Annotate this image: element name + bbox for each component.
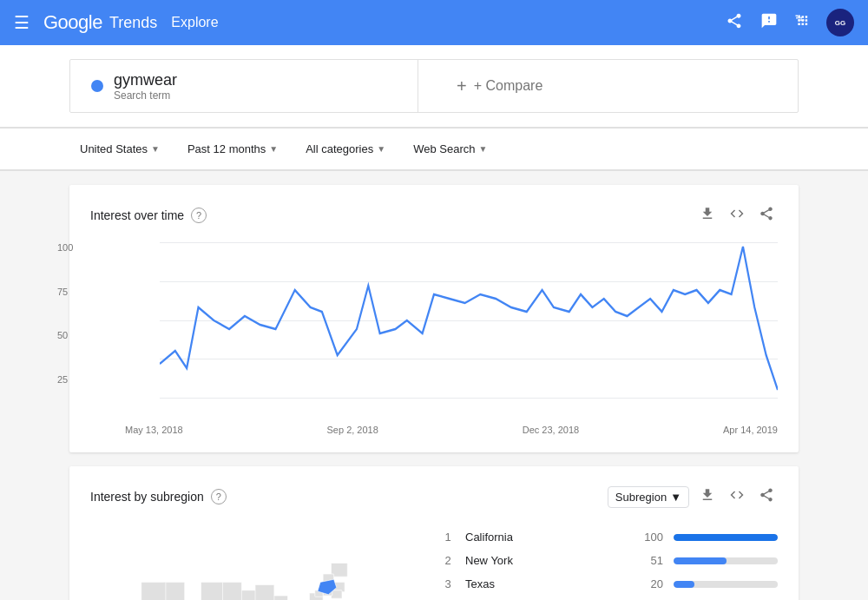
map-svg <box>90 531 420 600</box>
subregion-content: 1 California 100 2 New York 51 3 <box>90 524 778 600</box>
embed-icon-interest[interactable] <box>726 202 748 228</box>
rank-2: 2 <box>441 554 455 567</box>
card-header-interest: Interest over time ? <box>90 202 778 228</box>
subregion-dropdown[interactable]: Subregion ▼ <box>608 486 689 508</box>
help-icon-subregion[interactable]: ? <box>211 489 227 504</box>
bar-2 <box>674 557 778 564</box>
chart-x-labels: May 13, 2018 Sep 2, 2018 Dec 23, 2018 Ap… <box>125 423 778 435</box>
search-term-value: gymwear <box>114 71 177 89</box>
app-header: ☰ Google Trends Explore GG <box>0 0 868 45</box>
x-label-sep: Sep 2, 2018 <box>327 425 378 435</box>
share-icon-interest[interactable] <box>755 202 778 228</box>
x-label-may: May 13, 2018 <box>125 425 183 435</box>
ranking-row-2: 2 New York 51 <box>441 554 778 567</box>
search-term-type: Search term <box>114 89 177 102</box>
avatar[interactable]: GG <box>826 9 854 36</box>
bar-fill-2 <box>674 557 727 564</box>
share-icon-subregion[interactable] <box>755 484 778 510</box>
menu-icon[interactable]: ☰ <box>14 12 30 33</box>
trends-text: Trends <box>109 14 157 32</box>
y-label-100: 100 <box>57 242 73 253</box>
svg-rect-19 <box>255 585 274 601</box>
search-term-info: gymwear Search term <box>114 71 177 102</box>
card-title-interest: Interest over time <box>90 208 184 222</box>
x-label-apr: Apr 14, 2019 <box>723 425 778 435</box>
time-filter[interactable]: Past 12 months ▼ <box>177 137 288 161</box>
card-title-group-subregion: Interest by subregion ? <box>90 489 227 504</box>
chart-svg <box>160 242 778 399</box>
chart-wrapper: 100 75 50 25 <box>90 242 778 435</box>
us-map <box>90 531 420 600</box>
help-icon-interest[interactable]: ? <box>191 208 207 223</box>
bar-fill-3 <box>674 581 694 588</box>
y-label-25: 25 <box>57 374 73 385</box>
download-icon-subregion[interactable] <box>696 484 719 510</box>
svg-rect-35 <box>141 582 166 600</box>
svg-rect-22 <box>201 582 223 600</box>
ranking-row-1: 1 California 100 <box>441 531 778 544</box>
download-icon-interest[interactable] <box>696 202 719 228</box>
apps-icon[interactable] <box>792 9 816 37</box>
logo: Google Trends <box>43 11 157 34</box>
search-type-filter[interactable]: Web Search ▼ <box>403 137 497 161</box>
svg-rect-4 <box>332 590 343 598</box>
avatar-text: GG <box>835 19 845 27</box>
bar-fill-1 <box>674 534 778 541</box>
compare-label: + Compare <box>474 78 543 94</box>
region-name-1: California <box>465 531 627 544</box>
chart-y-labels: 100 75 50 25 <box>57 242 73 418</box>
card-title-group: Interest over time ? <box>90 208 207 223</box>
region-score-3: 20 <box>637 577 663 590</box>
google-text: Google <box>43 11 102 34</box>
card-actions-interest <box>696 202 778 228</box>
header-left: ☰ Google Trends Explore <box>14 11 219 34</box>
y-label-50: 50 <box>57 330 73 340</box>
rank-1: 1 <box>441 531 455 544</box>
compare-plus-icon: + <box>457 76 467 96</box>
search-type-arrow-icon: ▼ <box>478 144 487 154</box>
svg-rect-29 <box>163 582 185 600</box>
compare-button[interactable]: + + Compare <box>436 60 798 112</box>
region-arrow-icon: ▼ <box>151 144 160 154</box>
search-type-label: Web Search <box>413 142 475 155</box>
subregion-dropdown-label: Subregion <box>615 491 667 504</box>
feedback-icon[interactable] <box>757 9 781 37</box>
explore-link[interactable]: Explore <box>171 15 218 30</box>
main-content: Interest over time ? 100 75 50 <box>0 171 868 600</box>
bar-1 <box>674 534 778 541</box>
rankings-area: 1 California 100 2 New York 51 3 <box>441 531 778 600</box>
embed-icon-subregion[interactable] <box>726 484 748 510</box>
region-filter-label: United States <box>80 142 148 155</box>
search-container: gymwear Search term + + Compare <box>0 45 868 129</box>
y-label-75: 75 <box>57 287 73 297</box>
card-actions-subregion: Subregion ▼ <box>608 484 778 510</box>
chart-area <box>160 242 778 416</box>
time-arrow-icon: ▼ <box>269 144 278 154</box>
card-header-subregion: Interest by subregion ? Subregion ▼ <box>90 484 778 510</box>
term-color-dot <box>91 80 103 92</box>
region-score-1: 100 <box>637 531 663 544</box>
filters-bar: United States ▼ Past 12 months ▼ All cat… <box>0 129 868 171</box>
category-filter-label: All categories <box>306 142 373 155</box>
category-filter[interactable]: All categories ▼ <box>295 137 396 161</box>
region-name-2: New York <box>465 554 627 567</box>
subregion-dropdown-arrow: ▼ <box>670 491 681 504</box>
search-term-box[interactable]: gymwear Search term <box>70 60 400 112</box>
rank-3: 3 <box>441 577 455 590</box>
x-label-dec: Dec 23, 2018 <box>523 425 579 435</box>
divider <box>418 60 418 112</box>
ranking-row-3: 3 Texas 20 <box>441 577 778 590</box>
time-filter-label: Past 12 months <box>187 142 266 155</box>
header-right: GG <box>722 9 854 37</box>
region-score-2: 51 <box>637 554 663 567</box>
region-name-3: Texas <box>465 577 627 590</box>
category-arrow-icon: ▼ <box>377 144 385 154</box>
interest-over-time-card: Interest over time ? 100 75 50 <box>69 185 799 452</box>
share-icon[interactable] <box>722 9 746 37</box>
region-filter[interactable]: United States ▼ <box>69 137 170 161</box>
bar-3 <box>674 581 778 588</box>
interest-by-subregion-card: Interest by subregion ? Subregion ▼ <box>69 466 799 600</box>
card-title-subregion: Interest by subregion <box>90 490 204 504</box>
svg-rect-20 <box>220 582 241 600</box>
